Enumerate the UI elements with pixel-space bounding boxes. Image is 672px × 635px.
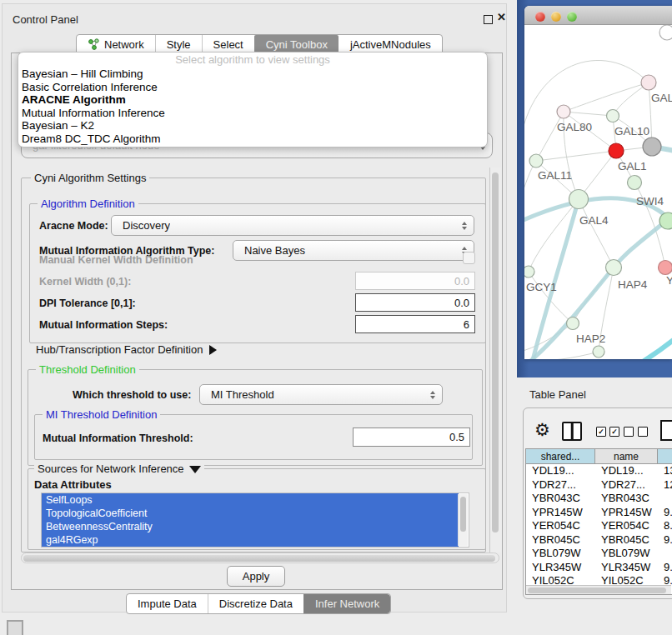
network-canvas[interactable]: GALGAL80GAL10GAL1GAL11GAL4SWI4GCY1HAP4YH… bbox=[524, 25, 672, 359]
attribute-item-selected[interactable]: SelfLoops bbox=[42, 493, 459, 507]
node[interactable] bbox=[659, 25, 672, 40]
mi-threshold-label: Mutual Information Threshold: bbox=[43, 432, 193, 444]
manual-kernel-checkbox[interactable] bbox=[463, 252, 475, 264]
mi-type-combo[interactable]: Naive Bayes bbox=[233, 240, 474, 261]
kernel-width-field[interactable]: 0.0 bbox=[355, 272, 475, 290]
algorithm-option[interactable]: Basic Correlation Inference bbox=[18, 81, 487, 94]
node-SWI4[interactable] bbox=[659, 212, 672, 229]
tab-impute-data[interactable]: Impute Data bbox=[127, 594, 208, 613]
node-label: GAL bbox=[651, 92, 672, 104]
algorithm-definition-label: Algorithm Definition bbox=[38, 198, 138, 210]
node-GAL80[interactable] bbox=[557, 105, 570, 118]
dpi-tolerance-field[interactable]: 0.0 bbox=[355, 293, 475, 312]
threshold-definition-label: Threshold Definition bbox=[36, 363, 139, 376]
table-column-header[interactable]: A bbox=[658, 449, 672, 464]
table-row[interactable]: YPR145WYPR145W9. bbox=[526, 506, 672, 520]
scrollbar-thumb[interactable] bbox=[23, 555, 495, 562]
node[interactable] bbox=[628, 176, 642, 190]
mac-minimize-icon[interactable] bbox=[551, 12, 561, 22]
gear-icon[interactable]: ⚙ bbox=[534, 420, 550, 440]
node-selected-red[interactable] bbox=[609, 143, 624, 158]
table-cell: YDR27... bbox=[526, 478, 595, 492]
mi-threshold-field[interactable]: 0.5 bbox=[353, 428, 470, 447]
checked-columns-icon[interactable]: ✓✓ bbox=[596, 427, 619, 437]
attribute-item-selected[interactable]: TopologicalCoefficient bbox=[42, 507, 459, 520]
algorithm-option[interactable]: Mutual Information Inference bbox=[18, 107, 487, 120]
sources-title: Sources for Network Inference bbox=[38, 462, 184, 475]
table-cell: YDL19... bbox=[595, 464, 658, 478]
aracne-mode-label: Aracne Mode: bbox=[39, 220, 108, 232]
algorithm-option[interactable]: Bayesian – Hill Climbing bbox=[18, 68, 487, 81]
algorithm-popup-list: Bayesian – Hill ClimbingBasic Correlatio… bbox=[18, 68, 487, 145]
node-GAL10[interactable] bbox=[607, 110, 619, 122]
settings-vertical-scrollbar[interactable] bbox=[489, 168, 501, 552]
dock-corner-icon[interactable] bbox=[7, 620, 23, 635]
list-scrollbar[interactable] bbox=[458, 494, 468, 546]
table-row[interactable]: YER054CYER054C8. bbox=[526, 519, 672, 533]
mac-close-icon[interactable] bbox=[535, 12, 545, 22]
mi-threshold-group-label: MI Threshold Definition bbox=[43, 408, 160, 421]
sources-group-label[interactable]: Sources for Network Inference bbox=[34, 462, 204, 475]
node-label: GAL1 bbox=[618, 160, 647, 172]
data-attributes-list[interactable]: SelfLoopsTopologicalCoefficientBetweenne… bbox=[41, 492, 469, 548]
hub-definition-toggle[interactable]: Hub/Transcription Factor Definition bbox=[36, 343, 217, 356]
mi-steps-field[interactable]: 6 bbox=[355, 315, 475, 333]
document-icon[interactable] bbox=[660, 420, 672, 441]
float-window-icon[interactable] bbox=[484, 15, 493, 24]
node-pink[interactable] bbox=[659, 261, 672, 275]
table-row[interactable]: YBL079WYBL079W bbox=[526, 547, 672, 561]
table-horizontal-scrollbar[interactable] bbox=[526, 585, 671, 595]
algorithm-option[interactable]: Bayesian – K2 bbox=[18, 119, 487, 132]
which-threshold-combo[interactable]: MI Threshold bbox=[199, 384, 443, 405]
aracne-mode-combo[interactable]: Discovery bbox=[111, 215, 474, 236]
settings-horizontal-scrollbar[interactable] bbox=[21, 552, 499, 563]
node-GCY1[interactable] bbox=[524, 266, 534, 278]
node-label: HAP2 bbox=[576, 332, 605, 345]
node-large-gray[interactable] bbox=[643, 138, 661, 156]
table-row[interactable]: YDR27...YDR27...12 bbox=[526, 478, 672, 492]
table-cell: 9. bbox=[658, 561, 672, 575]
manual-kernel-label: Manual Kernel Width Definition bbox=[39, 254, 193, 266]
mac-zoom-icon[interactable] bbox=[567, 12, 577, 22]
table-row[interactable]: YBR045CYBR045C9. bbox=[526, 533, 672, 548]
screen: Control Panel ✕ Network Style Select Cyn… bbox=[0, 0, 672, 635]
table-column-header[interactable]: name bbox=[595, 449, 658, 464]
network-window-titlebar[interactable] bbox=[524, 6, 672, 25]
mi-type-value: Naive Bayes bbox=[244, 244, 305, 257]
apply-button[interactable]: Apply bbox=[227, 566, 285, 587]
kernel-width-label: Kernel Width (0,1): bbox=[39, 276, 131, 288]
columns-icon[interactable] bbox=[562, 422, 582, 441]
node[interactable] bbox=[641, 75, 656, 90]
table-row[interactable]: YBR043CYBR043C bbox=[526, 492, 672, 506]
attribute-item-selected[interactable]: BetweennessCentrality bbox=[42, 520, 459, 533]
algorithm-option[interactable]: ARACNE Algorithm bbox=[18, 93, 487, 107]
expand-arrow-icon bbox=[209, 345, 217, 355]
table-cell: YBR043C bbox=[526, 492, 595, 506]
node-HAP2[interactable] bbox=[567, 318, 579, 330]
table-row[interactable]: YLR345WYLR345W9. bbox=[526, 561, 672, 575]
scrollbar-thumb[interactable] bbox=[460, 497, 466, 532]
node-GAL4[interactable] bbox=[569, 190, 589, 209]
algorithm-option[interactable]: Dream8 DC_TDC Algorithm bbox=[18, 132, 487, 146]
tab-infer-network[interactable]: Infer Network bbox=[303, 594, 390, 613]
table-cell: 9. bbox=[658, 506, 672, 520]
table-row[interactable]: YDL19...YDL19...13 bbox=[526, 464, 672, 478]
node-GAL11[interactable] bbox=[529, 154, 543, 168]
node-HAP4[interactable] bbox=[606, 260, 622, 276]
tab-discretize-data[interactable]: Discretize Data bbox=[208, 594, 303, 613]
table-cell: YPR145W bbox=[526, 506, 595, 520]
network-edges bbox=[524, 60, 672, 359]
table-column-header[interactable]: shared... bbox=[526, 449, 595, 464]
unchecked-columns-icon[interactable] bbox=[624, 427, 648, 437]
node[interactable] bbox=[593, 346, 604, 358]
which-threshold-value: MI Threshold bbox=[211, 388, 274, 401]
close-icon[interactable]: ✕ bbox=[497, 11, 506, 23]
scrollbar-thumb[interactable] bbox=[528, 588, 666, 593]
combo-stepper-icon bbox=[430, 391, 435, 399]
node-label: Y bbox=[666, 274, 672, 287]
scrollbar-thumb[interactable] bbox=[492, 172, 499, 532]
network-window: GALGAL80GAL10GAL1GAL11GAL4SWI4GCY1HAP4YH… bbox=[524, 6, 672, 359]
attribute-item-selected[interactable]: gal4RGexp bbox=[42, 533, 459, 547]
node-label: GAL4 bbox=[579, 214, 609, 227]
table-body: YDL19...YDL19...13YDR27...YDR27...12YBR0… bbox=[526, 464, 672, 588]
